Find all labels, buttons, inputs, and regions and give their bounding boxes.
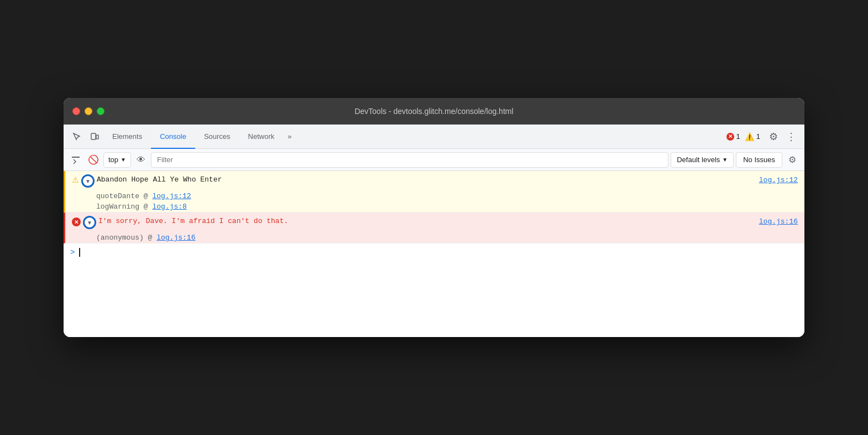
dropdown-arrow-icon: ▼ — [121, 157, 126, 163]
warning-icon-entry: ⚠ — [72, 175, 79, 184]
cursor-icon — [72, 132, 81, 141]
execute-icon — [71, 156, 80, 164]
prompt-cursor — [79, 248, 80, 257]
inspect-element-button[interactable] — [68, 128, 86, 146]
maximize-button[interactable] — [97, 107, 104, 115]
default-levels-button[interactable]: Default levels ▼ — [671, 152, 734, 168]
tab-network[interactable]: Network — [239, 125, 284, 149]
minimize-button[interactable] — [85, 107, 92, 115]
error-entry-left: ✕ ▼ I'm sorry, Dave. I'm afraid I can't … — [72, 216, 750, 229]
console-prompt[interactable]: > — [64, 244, 804, 261]
console-output: ⚠ ▼ Abandon Hope All Ye Who Enter log.js… — [64, 171, 804, 337]
error-source-link[interactable]: log.js:16 — [759, 218, 798, 226]
error-warning-badges: ✕ 1 ⚠️ 1 — [726, 132, 760, 141]
error-stack-link-1[interactable]: log.js:16 — [156, 234, 195, 242]
title-bar: DevTools - devtools.glitch.me/console/lo… — [64, 98, 804, 125]
eye-button[interactable]: 👁 — [133, 152, 149, 168]
console-toolbar: 🚫 top ▼ 👁 Default levels ▼ No Issues ⚙ — [64, 149, 804, 171]
console-entry-error: ✕ ▼ I'm sorry, Dave. I'm afraid I can't … — [64, 213, 804, 244]
more-tabs-button[interactable]: » — [283, 125, 296, 149]
warning-badge[interactable]: ⚠️ 1 — [745, 132, 760, 141]
error-entry-main: ✕ ▼ I'm sorry, Dave. I'm afraid I can't … — [65, 213, 804, 232]
warning-entry-left: ⚠ ▼ Abandon Hope All Ye Who Enter — [72, 174, 750, 188]
clear-console-button[interactable] — [68, 152, 83, 168]
console-settings-button[interactable]: ⚙ — [785, 152, 800, 168]
error-icon-entry: ✕ — [72, 218, 81, 226]
warning-stack-link-1[interactable]: log.js:12 — [152, 192, 191, 200]
error-icon: ✕ — [726, 133, 734, 141]
console-entry-warning: ⚠ ▼ Abandon Hope All Ye Who Enter log.js… — [64, 171, 804, 213]
error-badge[interactable]: ✕ 1 — [726, 132, 740, 141]
warning-source-link[interactable]: log.js:12 — [759, 176, 798, 184]
close-button[interactable] — [72, 107, 80, 115]
svg-rect-1 — [96, 135, 98, 139]
devtools-tabs-bar: Elements Console Sources Network » ✕ 1 ⚠… — [64, 125, 804, 149]
error-message: I'm sorry, Dave. I'm afraid I can't do t… — [98, 216, 288, 227]
devtools-window: DevTools - devtools.glitch.me/console/lo… — [64, 98, 804, 337]
no-issues-button[interactable]: No Issues — [736, 152, 782, 168]
tab-elements[interactable]: Elements — [103, 125, 151, 149]
warning-stack-frame-1: quoteDante @ log.js:12 — [65, 191, 804, 201]
settings-button[interactable]: ⚙ — [765, 128, 782, 146]
warning-source: log.js:12 — [759, 174, 798, 184]
warning-stack-link-2[interactable]: log.js:8 — [152, 203, 186, 211]
window-title: DevTools - devtools.glitch.me/console/lo… — [354, 107, 513, 116]
frame-selector[interactable]: top ▼ — [103, 152, 131, 168]
warning-entry-main: ⚠ ▼ Abandon Hope All Ye Who Enter log.js… — [65, 171, 804, 191]
warning-message: Abandon Hope All Ye Who Enter — [97, 174, 222, 186]
warning-stack-frame-2: logWarning @ log.js:8 — [65, 201, 804, 212]
tab-console[interactable]: Console — [151, 125, 195, 149]
tab-sources[interactable]: Sources — [195, 125, 239, 149]
error-source: log.js:16 — [759, 216, 798, 226]
filter-input[interactable] — [151, 152, 668, 168]
svg-rect-0 — [91, 133, 96, 139]
more-options-button[interactable]: ⋮ — [782, 128, 800, 146]
warning-expand-arrow[interactable]: ▼ — [81, 174, 95, 188]
svg-rect-2 — [72, 157, 80, 158]
device-toolbar-button[interactable] — [86, 128, 103, 146]
warning-icon: ⚠️ — [745, 132, 754, 141]
error-stack-frame-1: (anonymous) @ log.js:16 — [65, 232, 804, 243]
prompt-chevron-icon: > — [70, 248, 75, 257]
error-expand-arrow[interactable]: ▼ — [83, 216, 96, 229]
device-icon — [90, 132, 99, 141]
traffic-lights — [72, 107, 104, 115]
levels-dropdown-icon: ▼ — [722, 157, 728, 163]
block-button[interactable]: 🚫 — [86, 152, 101, 168]
